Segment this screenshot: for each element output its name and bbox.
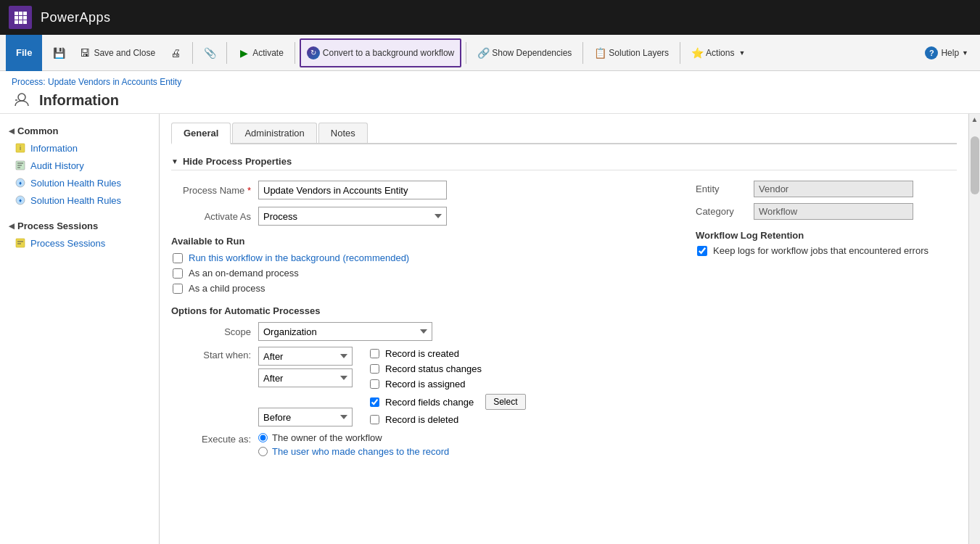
show-deps-button[interactable]: 🔗 Show Dependencies — [471, 38, 578, 67]
execute-as-section: Execute as: The owner of the workflow Th… — [171, 432, 667, 457]
breadcrumb-title[interactable]: Update Vendors in Accounts Entity — [48, 77, 181, 87]
radio-user-label[interactable]: The user who made changes to the record — [272, 446, 449, 457]
scope-label: Scope — [171, 326, 258, 337]
check-record-status[interactable] — [370, 364, 379, 374]
start-when-select-3[interactable]: BeforeAfter — [258, 408, 353, 426]
convert-button[interactable]: ↻ Convert to a background workflow — [300, 38, 461, 67]
radio-owner-label[interactable]: The owner of the workflow — [272, 432, 382, 443]
convert-label: Convert to a background workflow — [323, 48, 454, 58]
execute-as-radio-group: The owner of the workflow The user who m… — [258, 432, 667, 457]
check-record-assigned-label[interactable]: Record is assigned — [385, 379, 466, 390]
health-rules-1-icon: ♦ — [15, 177, 26, 189]
check-record-deleted-label[interactable]: Record is deleted — [385, 414, 458, 425]
entity-value: Vendor — [754, 181, 913, 197]
svg-rect-5 — [23, 16, 27, 20]
ribbon-sep-3 — [295, 42, 295, 64]
checkbox-child-row: As a child process — [171, 283, 667, 294]
help-chevron-icon: ▼ — [962, 49, 968, 57]
checkbox-ondemand-label[interactable]: As an on-demand process — [189, 268, 299, 279]
sidebar-item-information[interactable]: i Information — [0, 139, 159, 157]
start-when-select-1[interactable]: BeforeAfter — [258, 347, 353, 366]
radio-user[interactable] — [258, 447, 268, 456]
activate-icon: ▶ — [238, 47, 250, 59]
check-record-assigned-row: Record is assigned — [370, 379, 526, 390]
check-record-fields-text: Record fields change — [385, 397, 474, 408]
common-collapse-icon[interactable]: ◀ — [9, 127, 15, 135]
checkbox-ondemand[interactable] — [173, 268, 183, 279]
ribbon-sep-5 — [582, 42, 583, 64]
svg-rect-6 — [15, 20, 18, 24]
process-sessions-collapse-icon[interactable]: ◀ — [9, 222, 15, 230]
actions-button[interactable]: ⭐ Actions ▼ — [685, 38, 752, 67]
process-name-input[interactable] — [258, 181, 447, 199]
activate-button[interactable]: ▶ Activate — [231, 38, 290, 67]
tab-administration[interactable]: Administration — [232, 123, 316, 143]
check-record-fields-label[interactable]: Record fields change — [385, 397, 474, 408]
check-record-status-row: Record status changes — [370, 363, 526, 374]
scroll-up-arrow[interactable]: ▲ — [970, 114, 980, 125]
activate-as-row: Activate As Process — [171, 207, 667, 226]
checkbox-child[interactable] — [173, 284, 183, 294]
common-section-header: ◀ Common — [0, 120, 159, 139]
save-icon-btn[interactable]: 💾 — [46, 38, 71, 67]
sidebar-label-information: Information — [30, 143, 78, 154]
page-icon — [12, 90, 32, 110]
svg-rect-8 — [23, 20, 27, 24]
form-content: Process Name * Activate As Process Avail… — [171, 181, 957, 457]
scope-select[interactable]: OrganizationUserBusiness UnitParent: Chi… — [258, 322, 432, 341]
svg-rect-0 — [15, 12, 18, 15]
options-header: Options for Automatic Processes — [171, 305, 667, 316]
process-sessions-section-label: Process Sessions — [17, 221, 98, 231]
help-button[interactable]: ? Help ▼ — [919, 44, 974, 62]
information-icon: i — [15, 142, 26, 154]
paperclip-button[interactable]: 📎 — [197, 38, 222, 67]
tab-general[interactable]: General — [171, 123, 231, 144]
checkbox-background-text: Run this workflow in the background (rec… — [189, 252, 409, 263]
section-collapse-icon[interactable]: ▼ — [171, 157, 178, 165]
check-record-created[interactable] — [370, 349, 379, 358]
check-record-assigned[interactable] — [370, 379, 379, 389]
sidebar-item-health-rules-1[interactable]: ♦ Solution Health Rules — [0, 174, 159, 191]
file-button[interactable]: File — [6, 35, 42, 71]
checkbox-child-label[interactable]: As a child process — [189, 283, 265, 294]
check-record-status-label[interactable]: Record status changes — [385, 363, 482, 374]
check-record-deleted-row: Record is deleted — [370, 414, 526, 425]
checkbox-ondemand-row: As an on-demand process — [171, 268, 667, 279]
content-area: General Administration Notes ▼ Hide Proc… — [160, 114, 968, 544]
check-record-created-label[interactable]: Record is created — [385, 348, 459, 359]
checkbox-background[interactable] — [173, 253, 183, 263]
checkbox-background-label[interactable]: Run this workflow in the background (rec… — [189, 252, 409, 263]
ribbon-sep-1 — [192, 42, 193, 64]
activate-as-label: Activate As — [171, 211, 258, 222]
wf-log-checkbox-label[interactable]: Keep logs for workflow jobs that encount… — [713, 245, 928, 256]
required-asterisk: * — [247, 185, 251, 196]
checkbox-child-text: As a child process — [189, 283, 265, 294]
radio-owner-text: The owner of the workflow — [272, 432, 382, 443]
show-deps-label: Show Dependencies — [492, 48, 572, 58]
sidebar-item-audit-history[interactable]: Audit History — [0, 157, 159, 174]
solution-layers-button[interactable]: 📋 Solution Layers — [588, 38, 675, 67]
available-to-run-header: Available to Run — [171, 236, 667, 247]
print-button[interactable]: 🖨 — [163, 38, 188, 67]
select-fields-button[interactable]: Select — [485, 394, 525, 410]
execute-as-label: Execute as: — [171, 432, 258, 457]
start-when-select-2[interactable]: BeforeAfter — [258, 368, 353, 387]
check-record-fields[interactable] — [370, 397, 379, 407]
tab-notes[interactable]: Notes — [318, 123, 368, 143]
save-close-button[interactable]: 🖫 Save and Close — [73, 38, 162, 67]
app-grid-button[interactable] — [9, 6, 32, 29]
svg-rect-2 — [23, 12, 27, 15]
sidebar-item-health-rules-2[interactable]: ♦ Solution Health Rules — [0, 191, 159, 209]
check-record-deleted[interactable] — [370, 415, 379, 424]
scrollbar-thumb[interactable] — [971, 136, 979, 194]
main-layout: ◀ Common i Information Audit History ♦ S… — [0, 114, 980, 544]
process-name-row: Process Name * — [171, 181, 667, 199]
ribbon-sep-2 — [226, 42, 227, 64]
sidebar-item-process-sessions[interactable]: Process Sessions — [0, 234, 159, 252]
sidebar: ◀ Common i Information Audit History ♦ S… — [0, 114, 160, 544]
ribbon-sep-4 — [466, 42, 466, 64]
radio-owner[interactable] — [258, 433, 268, 442]
activate-as-select[interactable]: Process — [258, 207, 447, 226]
top-bar: PowerApps — [0, 0, 980, 35]
wf-log-checkbox[interactable] — [697, 246, 707, 256]
